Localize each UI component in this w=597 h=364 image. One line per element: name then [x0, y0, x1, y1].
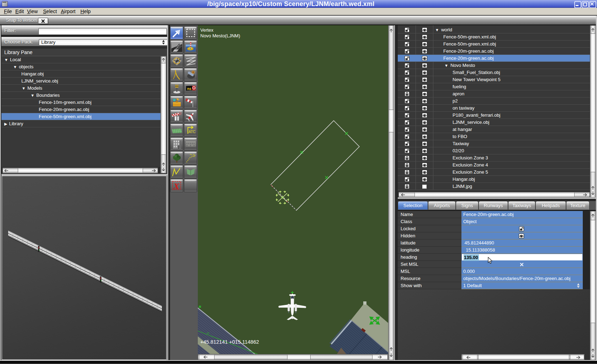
svg-text:R6: R6	[187, 87, 191, 91]
svg-text:ATC: ATC	[189, 130, 195, 134]
svg-text:X: X	[173, 181, 180, 191]
svg-text:+45.812141 +015.114862: +45.812141 +015.114862	[200, 339, 259, 345]
